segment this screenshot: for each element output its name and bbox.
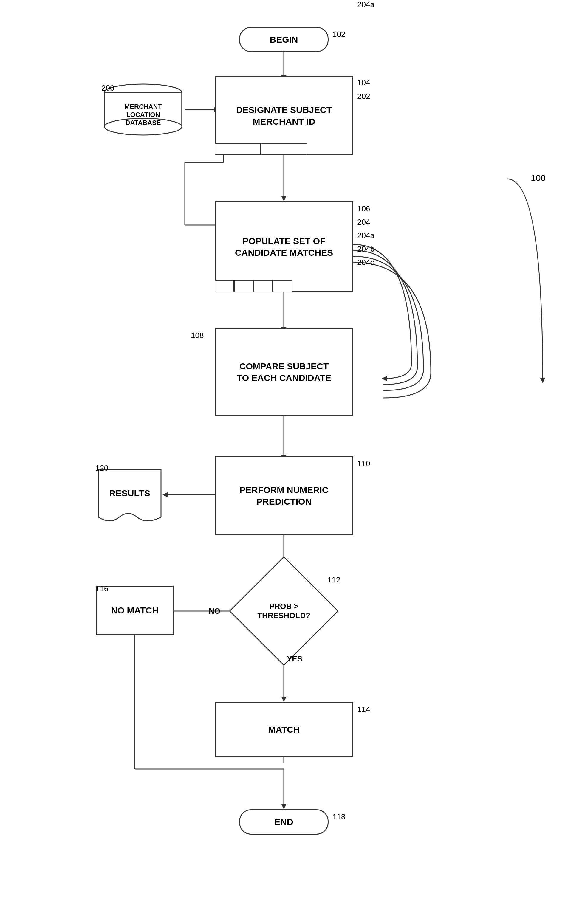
populate-ref1: 106 — [357, 204, 370, 213]
no-label: NO — [209, 607, 221, 616]
match-ref: 114 — [357, 705, 370, 714]
svg-marker-28 — [281, 804, 287, 809]
ref-100: 100 — [531, 173, 545, 183]
populate-ref3: 204a — [357, 0, 375, 9]
decision-wrapper: PROB >THRESHOLD? — [245, 572, 323, 650]
designate-sub1 — [215, 143, 261, 155]
populate-sub4 — [273, 280, 292, 292]
compare-ref: 108 — [191, 331, 204, 340]
end-node: END — [239, 809, 329, 835]
designate-sub2 — [261, 143, 307, 155]
svg-marker-12 — [382, 376, 387, 381]
designate-ref2: 202 — [357, 92, 370, 101]
populate-ref4: 204b — [357, 244, 375, 254]
perform-label: PERFORM NUMERICPREDICTION — [239, 484, 328, 507]
diagram-container: BEGIN 102 MERCHANT LOCATION DATABASE 200… — [0, 0, 568, 924]
svg-marker-22 — [281, 696, 287, 702]
perform-ref: 110 — [357, 459, 370, 468]
svg-marker-3 — [281, 196, 287, 201]
perform-node: PERFORM NUMERICPREDICTION — [215, 456, 353, 535]
svg-text:RESULTS: RESULTS — [109, 488, 150, 498]
svg-text:DATABASE: DATABASE — [125, 119, 161, 127]
decision-ref: 112 — [327, 575, 340, 585]
populate-ref5: 204c — [357, 258, 374, 267]
designate-label: DESIGNATE SUBJECT MERCHANT ID — [236, 104, 332, 127]
match-label: MATCH — [268, 724, 300, 735]
populate-sub3 — [254, 280, 273, 292]
end-ref: 118 — [332, 812, 345, 822]
results-node: RESULTS — [95, 466, 164, 526]
end-label: END — [274, 816, 293, 828]
populate-sub2 — [234, 280, 254, 292]
no-match-ref: 116 — [95, 584, 108, 594]
compare-node: COMPARE SUBJECTTO EACH CANDIDATE — [215, 328, 353, 416]
begin-node: BEGIN — [239, 27, 329, 52]
populate-label: POPULATE SET OFCANDIDATE MATCHES — [235, 235, 333, 258]
match-node: MATCH — [215, 702, 353, 757]
begin-label: BEGIN — [270, 34, 298, 45]
svg-text:MERCHANT: MERCHANT — [124, 103, 162, 110]
results-ref: 120 — [95, 463, 108, 473]
populate-ref2: 204 — [357, 218, 370, 227]
ref-200: 200 — [101, 83, 114, 93]
no-match-label: NO MATCH — [111, 604, 158, 616]
designate-ref1: 104 — [357, 78, 370, 87]
populate-ref3b: 204a — [357, 231, 375, 240]
populate-node: POPULATE SET OFCANDIDATE MATCHES — [215, 201, 353, 292]
svg-marker-29 — [540, 378, 545, 383]
yes-label: YES — [287, 654, 302, 663]
populate-sub1 — [215, 280, 234, 292]
svg-text:LOCATION: LOCATION — [126, 111, 160, 118]
compare-label: COMPARE SUBJECTTO EACH CANDIDATE — [237, 360, 331, 384]
begin-ref: 102 — [332, 30, 345, 39]
decision-label: PROB >THRESHOLD? — [257, 602, 310, 620]
